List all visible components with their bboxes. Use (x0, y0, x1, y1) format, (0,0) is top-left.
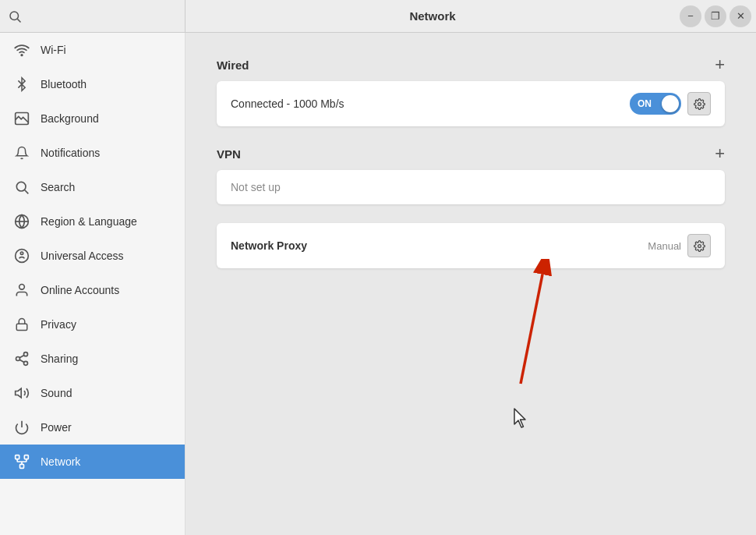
sidebar-item-sound[interactable]: Sound (0, 376, 185, 410)
sidebar-label-universal: Universal Access (41, 250, 124, 262)
svg-point-4 (16, 182, 26, 191)
sidebar-item-universal[interactable]: Universal Access (0, 239, 185, 273)
sidebar-label-privacy: Privacy (41, 318, 76, 331)
vpn-add-button[interactable]: + (715, 145, 725, 162)
titlebar: Network − ❐ ✕ (0, 0, 756, 33)
background-icon (14, 111, 30, 126)
svg-point-2 (21, 55, 23, 56)
main-area: Wi-Fi Bluetooth Background (0, 33, 756, 535)
sidebar-label-search: Search (41, 181, 75, 193)
svg-rect-21 (20, 464, 24, 468)
svg-line-5 (25, 190, 29, 194)
sidebar-item-notifications[interactable]: Notifications (0, 136, 185, 170)
mouse-cursor (513, 407, 530, 431)
annotation-arrow (474, 259, 567, 399)
proxy-card-right: Manual (648, 234, 711, 257)
svg-point-9 (20, 252, 23, 254)
content-area: Wired + Connected - 1000 Mb/s ON (185, 33, 756, 535)
sidebar-item-online[interactable]: Online Accounts (0, 273, 185, 307)
window-controls: − ❐ ✕ (680, 5, 756, 27)
wired-add-button[interactable]: + (715, 56, 725, 73)
maximize-button[interactable]: ❐ (705, 5, 726, 27)
vpn-status-label: Not set up (231, 181, 281, 193)
wired-section-title: Wired (217, 58, 249, 72)
sidebar-label-power: Power (41, 421, 72, 434)
window-title: Network (185, 9, 680, 23)
wired-section-header: Wired + (217, 56, 725, 73)
svg-point-14 (24, 361, 28, 365)
sidebar-label-sound: Sound (41, 387, 72, 399)
sidebar-item-sharing[interactable]: Sharing (0, 342, 185, 376)
sidebar-label-sharing: Sharing (41, 353, 78, 365)
sidebar: Wi-Fi Bluetooth Background (0, 33, 185, 535)
sidebar-item-search[interactable]: Search (0, 170, 185, 204)
sidebar-item-bluetooth[interactable]: Bluetooth (0, 67, 185, 101)
svg-line-26 (521, 275, 542, 384)
wired-status-label: Connected - 1000 Mb/s (231, 97, 344, 110)
svg-line-1 (17, 19, 20, 22)
sidebar-label-background: Background (41, 112, 99, 125)
sidebar-label-region: Region & Language (41, 215, 137, 228)
sound-icon (14, 385, 30, 401)
svg-point-13 (16, 357, 20, 361)
search-icon (8, 9, 22, 23)
wifi-icon (14, 42, 30, 58)
sidebar-item-wifi[interactable]: Wi-Fi (0, 33, 185, 67)
network-icon (14, 454, 30, 469)
vpn-section-header: VPN + (217, 145, 725, 162)
svg-point-10 (19, 285, 25, 290)
sharing-icon (14, 351, 30, 367)
svg-rect-11 (16, 324, 27, 330)
wired-card-right: ON (630, 92, 711, 115)
vpn-card: Not set up (217, 170, 725, 204)
svg-rect-20 (24, 455, 28, 459)
sidebar-item-region[interactable]: Region & Language (0, 204, 185, 239)
vpn-section-title: VPN (217, 147, 241, 161)
sidebar-label-online: Online Accounts (41, 284, 119, 296)
wired-section: Wired + Connected - 1000 Mb/s ON (217, 56, 725, 126)
proxy-title: Network Proxy (231, 239, 307, 252)
sidebar-item-power[interactable]: Power (0, 410, 185, 445)
wired-card: Connected - 1000 Mb/s ON (217, 81, 725, 126)
wired-toggle[interactable]: ON (630, 93, 681, 115)
online-icon (14, 282, 30, 298)
svg-line-16 (19, 355, 24, 357)
toggle-knob (662, 95, 679, 112)
svg-point-23 (698, 102, 701, 105)
region-icon (14, 214, 30, 229)
privacy-icon (14, 317, 30, 332)
svg-point-24 (698, 244, 701, 247)
sidebar-item-background[interactable]: Background (0, 101, 185, 136)
sidebar-item-privacy[interactable]: Privacy (0, 307, 185, 342)
svg-line-15 (19, 360, 24, 362)
bluetooth-icon (14, 76, 30, 92)
sidebar-label-network: Network (41, 455, 80, 468)
svg-point-12 (24, 353, 28, 356)
titlebar-search-area (0, 0, 185, 32)
wired-settings-button[interactable] (687, 92, 711, 115)
power-icon (14, 420, 30, 435)
sidebar-label-wifi: Wi-Fi (41, 44, 66, 56)
proxy-status: Manual (648, 240, 681, 252)
minimize-button[interactable]: − (680, 5, 701, 27)
universal-icon (14, 248, 30, 264)
notifications-icon (14, 145, 30, 161)
svg-marker-17 (16, 388, 22, 398)
svg-point-8 (16, 250, 29, 263)
sidebar-label-notifications: Notifications (41, 147, 100, 159)
proxy-settings-button[interactable] (687, 234, 711, 257)
vpn-section: VPN + Not set up (217, 145, 725, 204)
proxy-card: Network Proxy Manual (217, 223, 725, 268)
proxy-section: Network Proxy Manual (217, 223, 725, 268)
sidebar-label-bluetooth: Bluetooth (41, 78, 87, 90)
search-sidebar-icon (14, 179, 30, 195)
close-button[interactable]: ✕ (730, 5, 751, 27)
sidebar-item-network[interactable]: Network (0, 445, 185, 479)
toggle-on-label: ON (631, 98, 652, 109)
svg-rect-19 (16, 455, 19, 459)
svg-point-0 (10, 12, 19, 20)
